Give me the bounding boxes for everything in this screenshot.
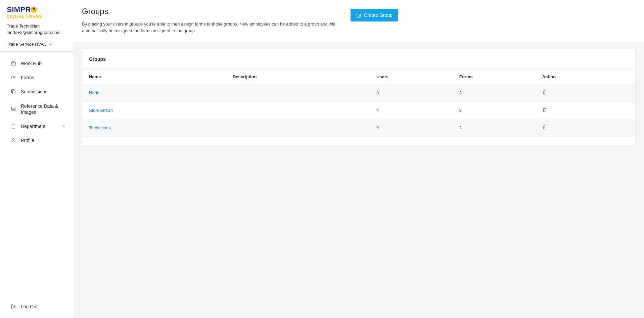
sidebar-item-label: Profile xyxy=(21,137,66,143)
sidebar-item-label: Department xyxy=(21,123,57,129)
group-link[interactable]: Technicans xyxy=(89,125,111,130)
chevron-down-icon xyxy=(61,124,66,129)
trash-icon[interactable] xyxy=(542,90,547,95)
chevron-down-icon xyxy=(49,42,53,46)
group-forms: 3 xyxy=(453,102,536,119)
list-icon xyxy=(11,75,16,80)
sidebar-footer: Log Out xyxy=(5,297,68,318)
group-description xyxy=(226,119,370,137)
sidebar: SIMPR DIGITAL FORMS Trade Technician lan… xyxy=(0,0,73,318)
svg-point-8 xyxy=(12,107,15,108)
sidebar-item-label: Reference Data & Images xyxy=(21,103,66,115)
groups-table: Name Description Users Forms Action Nort… xyxy=(82,70,635,137)
svg-rect-0 xyxy=(11,62,15,65)
svg-point-6 xyxy=(12,79,12,79)
group-link[interactable]: North xyxy=(89,90,100,95)
svg-point-16 xyxy=(12,139,14,140)
page-subtitle: By placing your users in groups you're a… xyxy=(82,21,344,34)
group-description xyxy=(226,84,370,102)
panel-spacer xyxy=(82,137,635,145)
page-header: Groups By placing your users in groups y… xyxy=(73,0,644,42)
group-users: 9 xyxy=(370,119,453,137)
trash-icon[interactable] xyxy=(542,125,547,130)
sidebar-nav: Work Hub Forms Submissions Reference Dat… xyxy=(0,52,73,297)
building-icon xyxy=(11,124,16,129)
document-plus-icon xyxy=(356,12,361,18)
table-header-row: Name Description Users Forms Action xyxy=(82,70,635,84)
user-email: landd+2@simprogroup.com xyxy=(7,30,66,35)
sidebar-item-department[interactable]: Department xyxy=(0,119,73,133)
sidebar-header: SIMPR DIGITAL FORMS Trade Technician lan… xyxy=(0,0,73,52)
page-title: Groups xyxy=(82,7,344,16)
svg-rect-9 xyxy=(12,124,15,128)
database-icon xyxy=(11,106,16,112)
table-row: North 8 3 xyxy=(82,84,635,102)
sidebar-item-reference-data[interactable]: Reference Data & Images xyxy=(0,99,73,119)
logout-icon xyxy=(11,304,16,309)
sidebar-item-label: Submissions xyxy=(21,89,66,95)
group-description xyxy=(226,102,370,119)
main: Groups By placing your users in groups y… xyxy=(73,0,644,318)
briefcase-icon xyxy=(11,61,16,66)
svg-point-5 xyxy=(12,78,12,78)
svg-rect-7 xyxy=(12,91,15,94)
group-forms: 3 xyxy=(453,119,536,137)
col-action: Action xyxy=(536,70,635,84)
col-description: Description xyxy=(226,70,370,84)
user-role: Trade Technician xyxy=(7,24,66,29)
table-row: Technicans 9 3 xyxy=(82,119,635,137)
copy-icon xyxy=(11,89,16,94)
col-forms: Forms xyxy=(453,70,536,84)
org-name: Trade Service HVAC xyxy=(7,42,47,47)
brand-logo: SIMPR xyxy=(7,6,66,13)
sidebar-item-submissions[interactable]: Submissions xyxy=(0,85,73,99)
sidebar-item-label: Forms xyxy=(21,75,66,81)
org-picker[interactable]: Trade Service HVAC xyxy=(7,42,53,47)
table-row: Storeperson 4 3 xyxy=(82,102,635,119)
svg-point-4 xyxy=(12,76,12,77)
user-icon xyxy=(11,138,16,143)
groups-panel: Groups Name Description Users Forms Acti… xyxy=(82,49,635,146)
sidebar-item-work-hub[interactable]: Work Hub xyxy=(0,56,73,71)
sidebar-item-profile[interactable]: Profile xyxy=(0,133,73,147)
col-name: Name xyxy=(82,70,226,84)
brand-line1: SIMPR xyxy=(7,5,31,14)
logout-label: Log Out xyxy=(21,304,38,309)
create-group-label: Create Group xyxy=(364,12,393,18)
group-link[interactable]: Storeperson xyxy=(89,108,113,113)
star-icon xyxy=(31,7,37,13)
sidebar-item-label: Work Hub xyxy=(21,60,66,66)
create-group-button[interactable]: Create Group xyxy=(351,9,398,21)
content: Groups Name Description Users Forms Acti… xyxy=(73,42,644,152)
group-users: 8 xyxy=(370,84,453,102)
group-users: 4 xyxy=(370,102,453,119)
trash-icon[interactable] xyxy=(542,107,547,112)
col-users: Users xyxy=(370,70,453,84)
logout-button[interactable]: Log Out xyxy=(5,300,68,313)
page-header-left: Groups By placing your users in groups y… xyxy=(82,7,344,34)
brand-line2: DIGITAL FORMS xyxy=(7,14,66,19)
sidebar-item-forms[interactable]: Forms xyxy=(0,71,73,85)
panel-title: Groups xyxy=(82,49,635,70)
group-forms: 3 xyxy=(453,84,536,102)
